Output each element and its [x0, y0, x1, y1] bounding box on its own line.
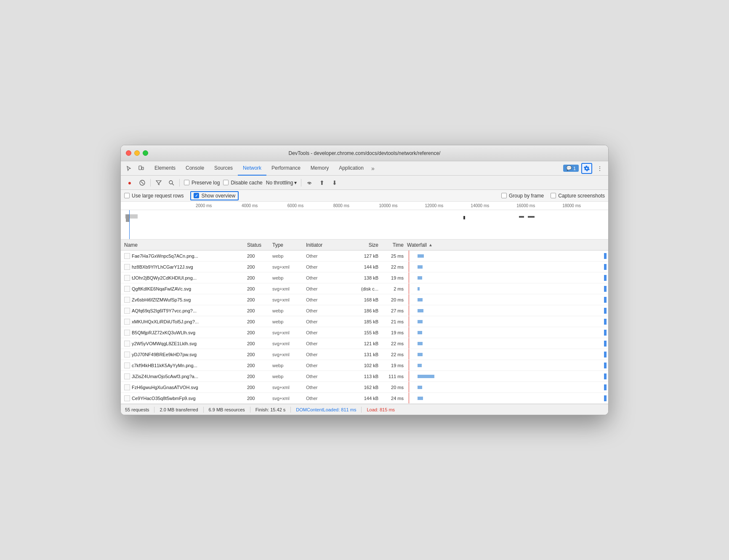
table-row[interactable]: JiZisZ4UmarOjo5cAwf3.png?a... 200 webp O… [121, 371, 608, 382]
table-row[interactable]: AQfq69qS2Ig6lT9Y7vcc.png?... 200 webp Ot… [121, 305, 608, 316]
waterfall-red-line-0 [409, 251, 409, 261]
tab-network[interactable]: Network [238, 161, 266, 176]
overview-tick-2 [528, 216, 535, 218]
minimize-button[interactable] [134, 150, 140, 156]
table-row[interactable]: Ce9YHacO35q8t5wbmFp9.svg 200 svg+xml Oth… [121, 393, 608, 404]
cell-name-11: JiZisZ4UmarOjo5cAwf3.png?a... [121, 373, 247, 379]
cell-status-9: 200 [247, 352, 272, 357]
col-header-waterfall[interactable]: Waterfall ▲ [407, 242, 608, 248]
col-header-time[interactable]: Time [382, 242, 407, 248]
table-row[interactable]: c7kf94kHB11kK5AyYyMn.png... 200 webp Oth… [121, 360, 608, 371]
table-row[interactable]: hz8BXb9YlYLhCGarY12J.svg 200 svg+xml Oth… [121, 261, 608, 272]
disable-cache-checkbox[interactable]: Disable cache [223, 180, 262, 186]
waterfall-red-line-11 [409, 371, 409, 381]
cell-time-0: 25 ms [382, 253, 407, 259]
cell-size-13: 144 kB [348, 396, 382, 401]
import-har-button[interactable]: ⬆ [317, 177, 327, 188]
cell-initiator-3: Other [306, 286, 348, 291]
record-button[interactable]: ● [124, 177, 135, 188]
waterfall-bar-12 [418, 386, 422, 389]
traffic-lights [126, 150, 148, 156]
table-row[interactable]: Zv6sbHi6fZfZMWufSp75.svg 200 svg+xml Oth… [121, 294, 608, 305]
capture-screenshots-option[interactable]: Capture screenshots [551, 193, 605, 199]
file-icon-3 [124, 286, 130, 292]
cell-waterfall-0 [407, 251, 608, 261]
wifi-icon[interactable] [304, 177, 315, 188]
tab-elements[interactable]: Elements [149, 161, 181, 176]
ruler-label-6: 14000 ms [471, 203, 516, 208]
table-row[interactable]: FzH6gwuHgXuGnasATVOH.svg 200 svg+xml Oth… [121, 382, 608, 393]
waterfall-marker-0 [604, 253, 607, 259]
table-row[interactable]: y2W5yVOMWqgL8ZE1Lklh.svg 200 svg+xml Oth… [121, 338, 608, 349]
waterfall-bar-6 [418, 320, 423, 323]
tab-console[interactable]: Console [181, 161, 209, 176]
cell-time-7: 19 ms [382, 330, 407, 335]
table-row[interactable]: tJOhr2jBQWy2CdKHDlUl.png... 200 webp Oth… [121, 272, 608, 283]
maximize-button[interactable] [143, 150, 148, 156]
waterfall-marker-1 [604, 264, 607, 270]
table-row[interactable]: Fae7Ha7GxWnpc5q7ACn.png... 200 webp Othe… [121, 251, 608, 261]
tab-performance[interactable]: Performance [266, 161, 306, 176]
more-options-button[interactable]: ⋮ [595, 163, 605, 173]
throttle-select[interactable]: No throttling ▾ [264, 179, 299, 187]
cursor-icon[interactable] [124, 163, 134, 173]
svg-line-5 [172, 184, 174, 185]
preserve-log-checkbox[interactable]: Preserve log [184, 180, 220, 186]
timeline-marker [129, 210, 130, 239]
waterfall-bar-9 [418, 353, 423, 356]
show-overview-option[interactable]: Show overview [194, 193, 235, 199]
waterfall-marker-2 [604, 275, 607, 281]
settings-button[interactable] [581, 163, 592, 174]
clear-button[interactable] [137, 177, 148, 188]
waterfall-bar-7 [418, 331, 422, 334]
feedback-badge[interactable]: 💬 1 [563, 165, 579, 172]
cell-type-0: webp [272, 253, 306, 259]
tab-application[interactable]: Application [334, 161, 369, 176]
table-row[interactable]: B5QMjpRJZ72xKQ3uWLlh.svg 200 svg+xml Oth… [121, 327, 608, 338]
status-finish: Finish: 15.42 s [255, 407, 286, 412]
cell-time-11: 111 ms [382, 374, 407, 379]
col-header-size[interactable]: Size [348, 242, 382, 248]
waterfall-red-line-7 [409, 327, 409, 338]
cell-waterfall-1 [407, 261, 608, 272]
options-right: Group by frame Capture screenshots [501, 193, 605, 199]
separator-2 [179, 179, 180, 187]
search-button[interactable] [166, 177, 177, 188]
tab-memory[interactable]: Memory [306, 161, 334, 176]
waterfall-bar-2 [418, 276, 422, 280]
table-row[interactable]: QgftKdlKE6NqaFwlZAVc.svg 200 svg+xml Oth… [121, 283, 608, 294]
use-large-rows-option[interactable]: Use large request rows [124, 193, 184, 199]
more-tabs-button[interactable]: » [369, 163, 377, 174]
close-button[interactable] [126, 150, 131, 156]
tab-sources[interactable]: Sources [209, 161, 238, 176]
cell-time-8: 22 ms [382, 341, 407, 346]
group-by-frame-option[interactable]: Group by frame [501, 193, 544, 199]
show-overview-checkbox [194, 193, 199, 198]
overview-bar-2 [126, 214, 129, 222]
cell-initiator-2: Other [306, 275, 348, 280]
export-har-button[interactable]: ⬇ [329, 177, 340, 188]
col-header-type[interactable]: Type [272, 242, 306, 248]
cell-size-0: 127 kB [348, 253, 382, 259]
preserve-log-checkbox-box [184, 180, 189, 185]
cell-initiator-0: Other [306, 253, 348, 259]
file-icon-10 [124, 363, 130, 368]
overview-area[interactable] [121, 210, 608, 240]
cell-size-5: 186 kB [348, 308, 382, 313]
col-header-status[interactable]: Status [247, 242, 272, 248]
ruler-labels: 2000 ms 4000 ms 6000 ms 8000 ms 10000 ms… [124, 203, 608, 208]
cell-initiator-5: Other [306, 308, 348, 313]
cell-size-12: 162 kB [348, 385, 382, 390]
filter-button[interactable] [153, 177, 164, 188]
waterfall-red-line-12 [409, 382, 409, 392]
table-row[interactable]: yDJ70NF49BREe9kHD7pw.svg 200 svg+xml Oth… [121, 349, 608, 360]
waterfall-red-line-4 [409, 294, 409, 305]
table-row[interactable]: xMKUHQxXLiRDiiUTol5J.png?... 200 webp Ot… [121, 316, 608, 327]
waterfall-bar-3 [418, 287, 420, 291]
col-header-name[interactable]: Name [121, 242, 247, 248]
file-icon-11 [124, 373, 130, 379]
device-icon[interactable] [136, 163, 146, 173]
col-header-initiator[interactable]: Initiator [306, 242, 348, 248]
cell-time-2: 19 ms [382, 275, 407, 280]
waterfall-marker-13 [604, 395, 607, 401]
